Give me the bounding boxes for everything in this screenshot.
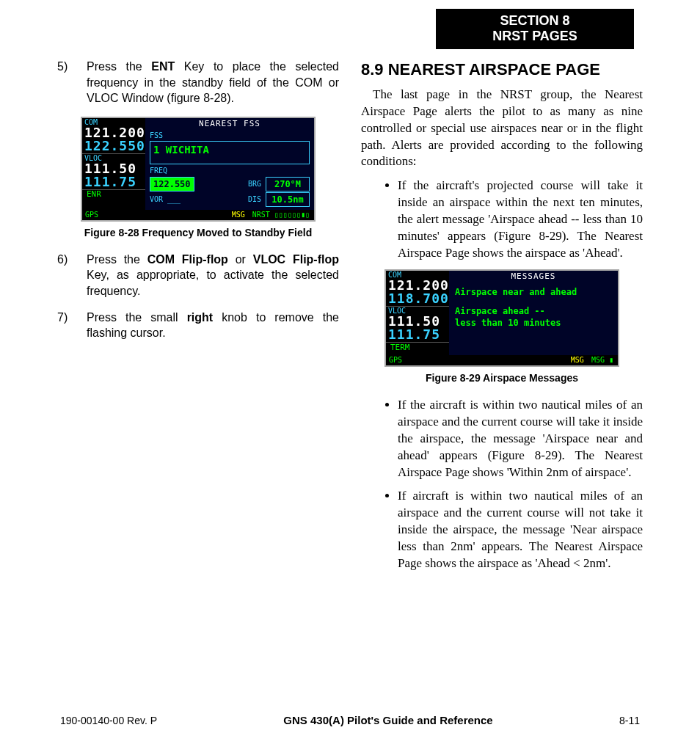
page-footer: 190-00140-00 Rev. P GNS 430(A) Pilot's G…: [0, 714, 700, 726]
figure-8-28-caption: Figure 8-28 Frequency Moved to Standby F…: [57, 226, 339, 240]
section-line1: SECTION 8: [436, 13, 634, 29]
section-header-tab: SECTION 8 NRST PAGES: [436, 9, 634, 49]
figure-8-28-gps: COM 121.200 122.550 VLOC 111.50 111.75 E…: [81, 117, 316, 222]
bullet-1: If the aircraft's projected course will …: [398, 178, 643, 262]
step-5-number: 5): [57, 59, 87, 106]
left-column: 5) Press the ENT Key to place the select…: [57, 59, 339, 580]
right-column: 8.9 NEAREST AIRSPACE PAGE The last page …: [361, 59, 643, 580]
figure-8-29-caption: Figure 8-29 Airspace Messages: [361, 371, 643, 385]
gps-right-panel: NEAREST FSS FSS 1 WICHITA FREQ 122.550 B…: [145, 118, 314, 210]
step-6: 6) Press the COM Flip-flop or VLOC Flip-…: [57, 252, 339, 299]
section-line2: NRST PAGES: [436, 29, 634, 44]
condition-bullets-top: If the aircraft's projected course will …: [361, 178, 643, 262]
messages-body: Airspace near and ahead Airspace ahead -…: [449, 283, 618, 355]
gps-right-panel-29: MESSAGES Airspace near and ahead Airspac…: [449, 271, 618, 355]
step-7-number: 7): [57, 310, 87, 341]
step-5: 5) Press the ENT Key to place the select…: [57, 59, 339, 106]
footer-mid: GNS 430(A) Pilot's Guide and Reference: [283, 714, 492, 726]
step-6-body: Press the COM Flip-flop or VLOC Flip-flo…: [87, 252, 339, 299]
bullet-2: If the aircraft is within two nautical m…: [398, 397, 643, 481]
step-6-number: 6): [57, 252, 87, 299]
footer-left: 190-00140-00 Rev. P: [60, 715, 157, 726]
bullet-3: If aircraft is within two nautical miles…: [398, 488, 643, 572]
condition-bullets-bottom: If the aircraft is within two nautical m…: [361, 397, 643, 572]
intro-paragraph: The last page in the NRST group, the Nea…: [361, 87, 643, 171]
gps-left-panel-29: COM 121.200 118.700 VLOC 111.50 111.75 T…: [386, 271, 449, 355]
footer-right: 8-11: [619, 715, 640, 726]
gps-status-bar: GPS MSG NRST ▯▯▯▯▯▯▮▯: [82, 210, 314, 220]
gps-left-panel: COM 121.200 122.550 VLOC 111.50 111.75 E…: [82, 118, 145, 210]
gps-status-bar-29: GPS MSG MSG ▮: [386, 355, 618, 365]
figure-8-29-gps: COM 121.200 118.700 VLOC 111.50 111.75 T…: [384, 269, 619, 367]
step-7-body: Press the small right knob to remove the…: [87, 310, 339, 341]
step-5-body: Press the ENT Key to place the selected …: [87, 59, 339, 106]
step-7: 7) Press the small right knob to remove …: [57, 310, 339, 341]
section-8-9-heading: 8.9 NEAREST AIRSPACE PAGE: [361, 59, 643, 81]
